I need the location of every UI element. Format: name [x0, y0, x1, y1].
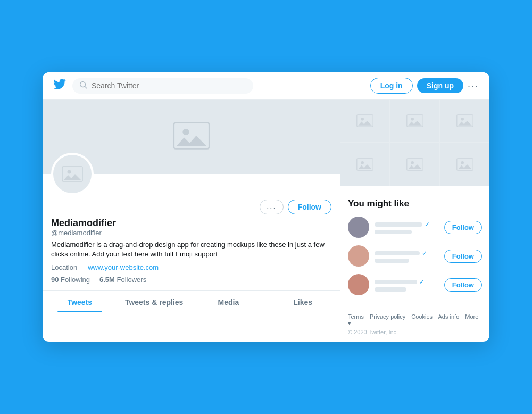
- suggested-handle-bar-1: [375, 230, 412, 234]
- avatar-wrap: [51, 153, 94, 195]
- suggested-name-line-1: ✓: [375, 221, 439, 228]
- svg-point-5: [361, 118, 364, 121]
- svg-point-11: [361, 161, 364, 164]
- profile-handle: @mediamodifier: [51, 229, 331, 237]
- content-area: ··· Follow Mediamodifier @mediamodifier …: [43, 100, 489, 342]
- suggested-handle-bar-3: [375, 287, 406, 292]
- footer-cookies-link[interactable]: Cookies: [411, 313, 433, 320]
- footer-ads-link[interactable]: Ads info: [438, 313, 460, 320]
- followers-stat: 6.5M Followers: [99, 276, 146, 284]
- might-like-section: You might like ✓ Follow: [340, 192, 489, 309]
- photo-cell-5[interactable]: [390, 143, 439, 186]
- suggested-name-bar-1: [375, 222, 422, 227]
- profile-actions: ··· Follow: [51, 200, 331, 214]
- profile-name: Mediamodifier: [51, 218, 331, 229]
- location-label: Location: [51, 263, 77, 271]
- tab-likes[interactable]: Likes: [265, 291, 340, 312]
- nav-right: Log in Sign up ···: [370, 78, 479, 94]
- tab-tweets[interactable]: Tweets: [43, 291, 117, 312]
- follow-main-button[interactable]: Follow: [288, 200, 331, 214]
- suggested-user-1: ✓ Follow: [348, 217, 482, 238]
- twitter-logo-icon: [53, 78, 66, 94]
- profile-stats: 90 Following 6.5M Followers: [51, 276, 331, 284]
- profile-bio: Mediamodifier is a drag-and-drop design …: [51, 240, 331, 259]
- suggested-user-3: ✓ Follow: [348, 274, 482, 295]
- verified-badge-3: ✓: [419, 278, 425, 286]
- login-button[interactable]: Log in: [370, 78, 413, 94]
- suggested-info-2: ✓: [375, 250, 439, 263]
- footer-privacy-link[interactable]: Privacy policy: [370, 313, 405, 320]
- profile-column: ··· Follow Mediamodifier @mediamodifier …: [43, 100, 340, 342]
- following-stat: 90 Following: [51, 276, 90, 284]
- suggested-info-3: ✓: [375, 278, 439, 292]
- verified-badge-1: ✓: [425, 221, 430, 228]
- follow-button-3[interactable]: Follow: [444, 278, 482, 292]
- suggested-name-line-2: ✓: [375, 250, 439, 257]
- photo-cell-2[interactable]: [390, 100, 439, 142]
- svg-point-9: [461, 118, 464, 121]
- verified-badge-2: ✓: [422, 250, 427, 257]
- tab-media[interactable]: Media: [192, 291, 266, 312]
- profile-info: ··· Follow Mediamodifier @mediamodifier …: [43, 195, 340, 284]
- suggested-avatar-3: [348, 274, 369, 295]
- profile-meta: Location www.your-website.com: [51, 263, 331, 271]
- search-icon: [80, 81, 87, 90]
- right-column: You might like ✓ Follow: [340, 100, 489, 342]
- suggested-handle-bar-2: [375, 259, 409, 263]
- might-like-title: You might like: [348, 198, 482, 209]
- more-nav-button[interactable]: ···: [468, 80, 479, 92]
- photo-grid: [340, 100, 489, 186]
- signup-button[interactable]: Sign up: [417, 78, 463, 93]
- suggested-avatar-2: [348, 245, 369, 267]
- suggested-info-1: ✓: [375, 221, 439, 234]
- footer-copyright: © 2020 Twitter, Inc.: [348, 329, 482, 335]
- follow-button-1[interactable]: Follow: [444, 221, 482, 234]
- avatar: [51, 153, 94, 195]
- photo-cell-4[interactable]: [340, 143, 389, 186]
- svg-point-1: [182, 129, 189, 135]
- tab-tweets-replies[interactable]: Tweets & replies: [117, 291, 192, 312]
- photo-cell-3[interactable]: [440, 100, 489, 142]
- svg-point-3: [68, 170, 71, 174]
- suggested-name-bar-3: [375, 280, 417, 284]
- suggested-name-bar-2: [375, 251, 420, 255]
- suggested-avatar-1: [348, 217, 369, 238]
- footer-links: Terms Privacy policy Cookies Ads info Mo…: [340, 309, 489, 342]
- profile-options-button[interactable]: ···: [260, 200, 284, 214]
- svg-point-7: [411, 118, 414, 121]
- suggested-name-line-3: ✓: [375, 278, 439, 286]
- photo-cell-1[interactable]: [340, 100, 389, 142]
- website-link[interactable]: www.your-website.com: [88, 263, 159, 271]
- svg-point-13: [411, 161, 414, 164]
- svg-point-15: [461, 161, 464, 164]
- suggested-user-2: ✓ Follow: [348, 245, 482, 267]
- follow-button-2[interactable]: Follow: [444, 250, 482, 263]
- cover-photo-placeholder-icon: [173, 120, 210, 154]
- browser-window: Log in Sign up ···: [43, 72, 489, 342]
- profile-tabs: Tweets Tweets & replies Media Likes: [43, 290, 340, 312]
- search-box[interactable]: [72, 78, 253, 94]
- search-input[interactable]: [92, 81, 246, 90]
- footer-terms-link[interactable]: Terms: [348, 313, 364, 320]
- nav-bar: Log in Sign up ···: [43, 72, 489, 100]
- photo-cell-6[interactable]: [440, 143, 489, 186]
